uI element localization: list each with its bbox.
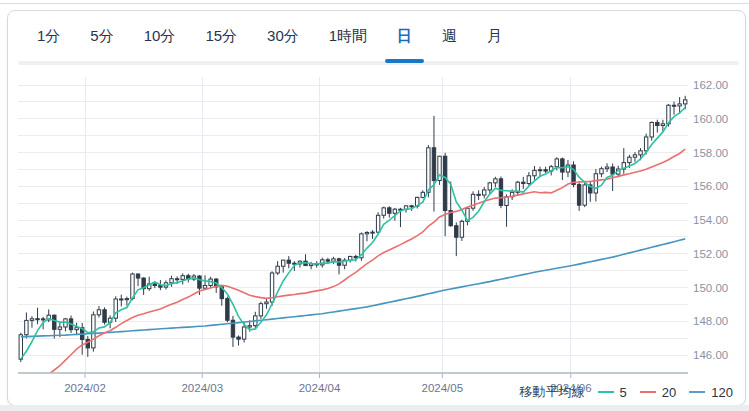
ma-legend: 移動平均線 520120 [520,383,733,401]
ma-legend-label: 5 [620,385,627,400]
ma-line-swatch [598,391,614,393]
tab-month[interactable]: 月 [472,11,517,63]
tab-1hour[interactable]: 1時間 [314,11,382,63]
tab-label: 30分 [267,27,299,46]
ma-legend-item-20: 20 [640,385,676,400]
tab-label: 月 [487,27,502,46]
tab-10min[interactable]: 10分 [129,11,191,63]
svg-text:158.00: 158.00 [693,147,728,159]
ma-legend-label: 20 [662,385,676,400]
tab-label: 5分 [90,27,113,46]
active-tab-indicator [385,59,424,63]
tab-1min[interactable]: 1分 [22,11,75,63]
tab-5min[interactable]: 5分 [75,11,128,63]
tab-label: 1時間 [329,27,367,46]
svg-text:150.00: 150.00 [693,282,728,294]
chart-card: 1分5分10分15分30分1時間日週月 162.00160.00158.0015… [7,10,746,406]
svg-text:148.00: 148.00 [693,315,728,327]
svg-text:2024/04: 2024/04 [299,382,341,394]
timeframe-tabs: 1分5分10分15分30分1時間日週月 [8,11,745,63]
tab-30min[interactable]: 30分 [252,11,314,63]
chart-area[interactable]: 162.00160.00158.00156.00154.00152.00150.… [0,57,749,397]
ma-legend-items: 520120 [598,385,733,400]
page-top-divider [0,3,749,4]
ma-line-swatch [689,391,705,393]
svg-text:2024/03: 2024/03 [181,382,223,394]
tab-label: 週 [442,27,457,46]
svg-text:146.00: 146.00 [693,349,728,361]
svg-text:154.00: 154.00 [693,214,728,226]
ma-legend-item-120: 120 [689,385,733,400]
ma-legend-label: 120 [711,385,733,400]
ma-line-swatch [640,391,656,393]
tab-15min[interactable]: 15分 [190,11,252,63]
ma-legend-item-5: 5 [598,385,627,400]
candlestick-chart[interactable]: 162.00160.00158.00156.00154.00152.00150.… [0,57,749,397]
tab-label: 10分 [144,27,176,46]
page-bottom-strip [0,405,749,411]
tab-label: 15分 [205,27,237,46]
svg-text:2024/05: 2024/05 [422,382,464,394]
tab-week[interactable]: 週 [427,11,472,63]
tab-label: 日 [397,27,412,46]
tab-day[interactable]: 日 [382,11,427,63]
svg-text:160.00: 160.00 [693,113,728,125]
svg-text:156.00: 156.00 [693,180,728,192]
svg-text:162.00: 162.00 [693,79,728,91]
svg-text:2024/02: 2024/02 [64,382,106,394]
tab-label: 1分 [37,27,60,46]
ma-legend-title: 移動平均線 [520,383,585,401]
svg-text:152.00: 152.00 [693,248,728,260]
